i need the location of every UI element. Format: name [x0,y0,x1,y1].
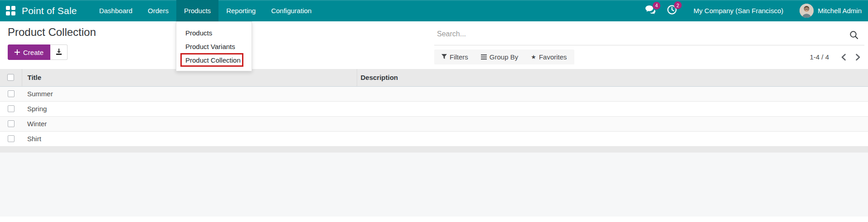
filters-button[interactable]: Filters [441,53,468,61]
row-title: Shirt [22,131,357,146]
control-panel: Product Collection Create [0,21,868,69]
navbar-right: 4 2 My Company (San Francisco) Mitchell … [645,0,868,21]
select-all-checkbox[interactable] [7,74,14,81]
menu-item-product-collection[interactable]: Product Collection [180,53,243,67]
filters-label: Filters [450,53,468,61]
user-avatar [800,4,814,18]
row-description [357,131,868,146]
table-header-row: Title Description [0,69,868,86]
action-buttons: Create [8,44,96,60]
company-switcher[interactable]: My Company (San Francisco) [693,7,783,15]
row-checkbox[interactable] [8,120,15,127]
column-header-title[interactable]: Title [22,69,357,86]
table-row-shirt[interactable]: Shirt [0,131,868,146]
table-row-winter[interactable]: Winter [0,116,868,131]
product-collection-table: Title Description Summer Spring Winter S… [0,69,868,147]
row-checkbox[interactable] [8,90,15,97]
pager-next-button[interactable] [853,52,863,63]
funnel-icon [441,53,447,61]
row-description [357,86,868,101]
menu-item-product-variants[interactable]: Product Variants [176,39,252,53]
search-bar [434,26,864,45]
navbar-menu: Dashboard Orders Products Reporting Conf… [92,0,320,21]
pager-range: 1-4 / 4 [810,53,829,61]
control-panel-right: Filters Group By ★ Favorites 1-4 / 4 [434,26,864,64]
filter-row: Filters Group By ★ Favorites 1-4 / 4 [434,49,864,64]
row-description [357,101,868,116]
nav-item-products[interactable]: Products [176,0,218,21]
filter-group: Filters Group By ★ Favorites [434,49,574,64]
favorites-button[interactable]: ★ Favorites [531,53,567,61]
page-background [0,153,868,217]
page-title: Product Collection [8,26,96,39]
select-all-cell [0,69,22,86]
row-description [357,116,868,131]
search-input[interactable] [434,26,864,45]
nav-item-configuration[interactable]: Configuration [263,0,319,21]
table-row-summer[interactable]: Summer [0,86,868,101]
products-dropdown-menu: Products Product Variants Product Collec… [176,21,252,71]
activities-button[interactable]: 2 [667,5,677,17]
row-title: Spring [22,101,357,116]
bars-icon [481,53,487,61]
control-panel-left: Product Collection Create [8,26,96,60]
favorites-label: Favorites [539,53,567,61]
top-navbar: Point of Sale Dashboard Orders Products … [0,0,868,21]
create-button[interactable]: Create [8,44,50,60]
navbar-left: Point of Sale Dashboard Orders Products … [0,0,319,21]
pager-previous-button[interactable] [839,52,848,63]
messages-badge: 4 [653,2,660,10]
user-name: Mitchell Admin [818,7,862,15]
messages-button[interactable]: 4 [645,5,656,17]
group-by-label: Group By [490,53,518,61]
download-icon [55,48,63,57]
row-checkbox[interactable] [8,105,15,112]
star-icon: ★ [531,54,536,60]
activities-badge: 2 [674,1,682,9]
row-checkbox[interactable] [8,135,15,142]
menu-item-products[interactable]: Products [176,26,252,39]
group-by-button[interactable]: Group By [481,53,518,61]
apps-grid-icon [6,6,15,15]
nav-item-reporting[interactable]: Reporting [218,0,263,21]
apps-menu-button[interactable] [0,0,22,21]
row-title: Winter [22,116,357,131]
nav-item-orders[interactable]: Orders [140,0,176,21]
table-footer-band [0,147,868,153]
column-header-description[interactable]: Description [357,69,868,86]
user-menu[interactable]: Mitchell Admin [800,4,862,18]
pager: 1-4 / 4 [810,52,864,63]
create-button-label: Create [23,49,44,56]
app-brand[interactable]: Point of Sale [22,0,92,21]
plus-icon [15,49,20,56]
row-title: Summer [22,86,357,101]
export-button[interactable] [50,44,68,60]
table-row-spring[interactable]: Spring [0,101,868,116]
nav-item-dashboard[interactable]: Dashboard [92,0,140,21]
magnifier-icon[interactable] [849,30,859,42]
